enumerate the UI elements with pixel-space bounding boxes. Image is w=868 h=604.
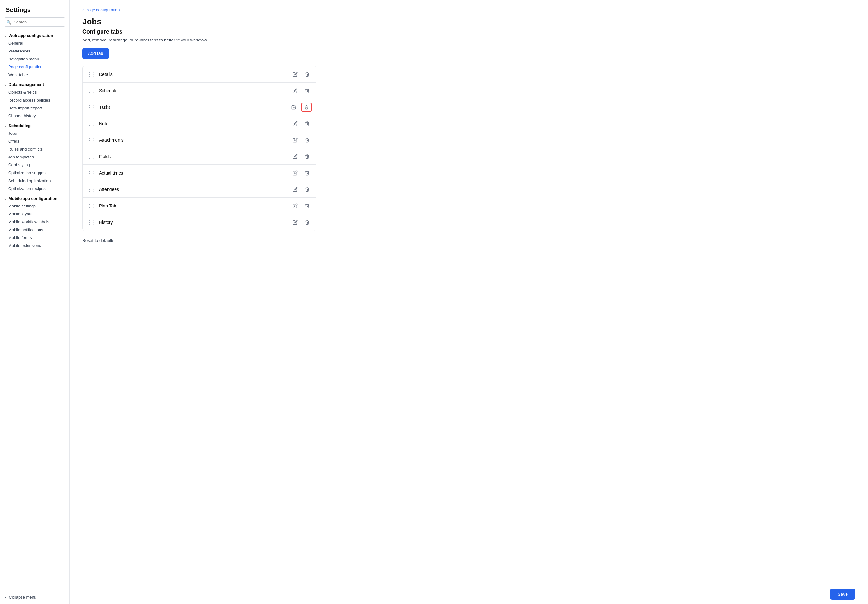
sidebar-section-3: ⌄Mobile app configurationMobile settings… [0,194,69,249]
edit-tab-button[interactable] [291,218,299,226]
edit-tab-button[interactable] [291,169,299,177]
sidebar-title: Settings [0,0,69,17]
sidebar-item-optimization-recipes[interactable]: Optimization recipes [0,185,69,193]
collapse-icon: ‹ [5,595,6,599]
section-description: Add, remove, rearrange, or re-label tabs… [82,38,316,42]
search-icon: 🔍 [6,20,11,24]
tab-actions [291,136,312,144]
section-label: Web app configuration [9,33,53,38]
edit-tab-button[interactable] [291,136,299,144]
tab-actions [291,71,312,78]
sidebar-section-header-2[interactable]: ⌄Scheduling [0,121,69,129]
save-button[interactable]: Save [830,589,856,599]
tab-actions [291,202,312,210]
main-content: ‹ Page configuration Jobs Configure tabs… [70,0,868,604]
sidebar-item-navigation-menu[interactable]: Navigation menu [0,55,69,63]
sidebar-item-mobile-notifications[interactable]: Mobile notifications [0,226,69,234]
sidebar-item-rules-and-conflicts[interactable]: Rules and conflicts [0,145,69,153]
edit-tab-button[interactable] [291,120,299,127]
tab-name-label: Plan Tab [99,203,291,208]
tab-actions [291,153,312,160]
sidebar-item-mobile-forms[interactable]: Mobile forms [0,234,69,242]
tab-name-label: Tasks [99,105,290,110]
sidebar-section-header-0[interactable]: ⌄Web app configuration [0,31,69,39]
delete-tab-button[interactable] [303,202,312,210]
drag-handle-icon[interactable]: ⋮⋮ [87,71,95,77]
sidebar-item-objects-fields[interactable]: Objects & fields [0,88,69,96]
sidebar-item-page-configuration[interactable]: Page configuration [0,63,69,71]
sidebar-item-mobile-extensions[interactable]: Mobile extensions [0,242,69,249]
table-row: ⋮⋮Details [82,66,316,82]
sidebar-item-mobile-workflow-labels[interactable]: Mobile workflow labels [0,218,69,226]
delete-tab-button[interactable] [303,186,312,193]
drag-handle-icon[interactable]: ⋮⋮ [87,154,95,160]
edit-tab-button[interactable] [291,153,299,160]
sidebar-item-general[interactable]: General [0,39,69,47]
drag-handle-icon[interactable]: ⋮⋮ [87,121,95,127]
sidebar-item-preferences[interactable]: Preferences [0,47,69,55]
sidebar-item-data-import-export[interactable]: Data import/export [0,104,69,112]
section-title: Configure tabs [82,28,316,35]
delete-tab-button[interactable] [303,71,312,78]
add-tab-button[interactable]: Add tab [82,48,109,59]
sidebar-item-card-styling[interactable]: Card styling [0,161,69,169]
sidebar-item-work-table[interactable]: Work table [0,71,69,79]
chevron-down-icon: ⌄ [4,124,7,128]
tab-list: ⋮⋮Details⋮⋮Schedule⋮⋮Tasks⋮⋮Notes⋮⋮Attac… [82,66,316,231]
drag-handle-icon[interactable]: ⋮⋮ [87,187,95,192]
edit-tab-button[interactable] [291,186,299,193]
tab-actions [291,87,312,94]
delete-tab-button[interactable] [303,87,312,94]
drag-handle-icon[interactable]: ⋮⋮ [87,137,95,143]
sidebar-sections: ⌄Web app configurationGeneralPreferences… [0,31,69,251]
section-label: Scheduling [9,123,31,128]
tab-name-label: Schedule [99,88,291,93]
sidebar-section-2: ⌄SchedulingJobsOffersRules and conflicts… [0,121,69,193]
collapse-label: Collapse menu [9,595,36,599]
delete-tab-button[interactable] [303,136,312,144]
tab-actions [291,218,312,226]
sidebar-item-jobs[interactable]: Jobs [0,129,69,137]
sidebar: Settings 🔍 ⌄Web app configurationGeneral… [0,0,70,604]
collapse-menu-button[interactable]: ‹ Collapse menu [0,590,69,604]
sidebar-item-job-templates[interactable]: Job templates [0,153,69,161]
table-row: ⋮⋮Schedule [82,82,316,99]
table-row: ⋮⋮History [82,214,316,231]
edit-tab-button[interactable] [291,71,299,78]
sidebar-item-mobile-settings[interactable]: Mobile settings [0,202,69,210]
sidebar-item-optimization-suggest[interactable]: Optimization suggest [0,169,69,177]
table-row: ⋮⋮Plan Tab [82,198,316,214]
delete-tab-button[interactable] [303,218,312,226]
sidebar-item-offers[interactable]: Offers [0,137,69,145]
edit-tab-button[interactable] [290,104,298,111]
sidebar-search-container: 🔍 [4,17,65,26]
edit-tab-button[interactable] [291,87,299,94]
table-row: ⋮⋮Tasks [82,99,316,115]
drag-handle-icon[interactable]: ⋮⋮ [87,88,95,94]
breadcrumb[interactable]: ‹ Page configuration [82,8,316,12]
sidebar-section-header-3[interactable]: ⌄Mobile app configuration [0,194,69,202]
tab-name-label: History [99,220,291,225]
drag-handle-icon[interactable]: ⋮⋮ [87,220,95,225]
tab-name-label: Notes [99,121,291,126]
drag-handle-icon[interactable]: ⋮⋮ [87,170,95,176]
sidebar-item-record-access-policies[interactable]: Record access policies [0,96,69,104]
sidebar-section-1: ⌄Data managementObjects & fieldsRecord a… [0,80,69,120]
sidebar-section-0: ⌄Web app configurationGeneralPreferences… [0,31,69,79]
reset-to-defaults-link[interactable]: Reset to defaults [82,238,114,243]
chevron-down-icon: ⌄ [4,197,7,200]
sidebar-item-scheduled-optimization[interactable]: Scheduled optimization [0,177,69,185]
page-title: Jobs [82,17,316,26]
sidebar-item-mobile-layouts[interactable]: Mobile layouts [0,210,69,218]
search-input[interactable] [4,17,65,26]
delete-tab-button[interactable] [301,103,312,112]
edit-tab-button[interactable] [291,202,299,210]
sidebar-section-header-1[interactable]: ⌄Data management [0,80,69,88]
breadcrumb-chevron: ‹ [82,8,84,12]
sidebar-item-change-history[interactable]: Change history [0,112,69,120]
delete-tab-button[interactable] [303,169,312,177]
drag-handle-icon[interactable]: ⋮⋮ [87,203,95,209]
delete-tab-button[interactable] [303,120,312,127]
drag-handle-icon[interactable]: ⋮⋮ [87,104,95,110]
delete-tab-button[interactable] [303,153,312,160]
